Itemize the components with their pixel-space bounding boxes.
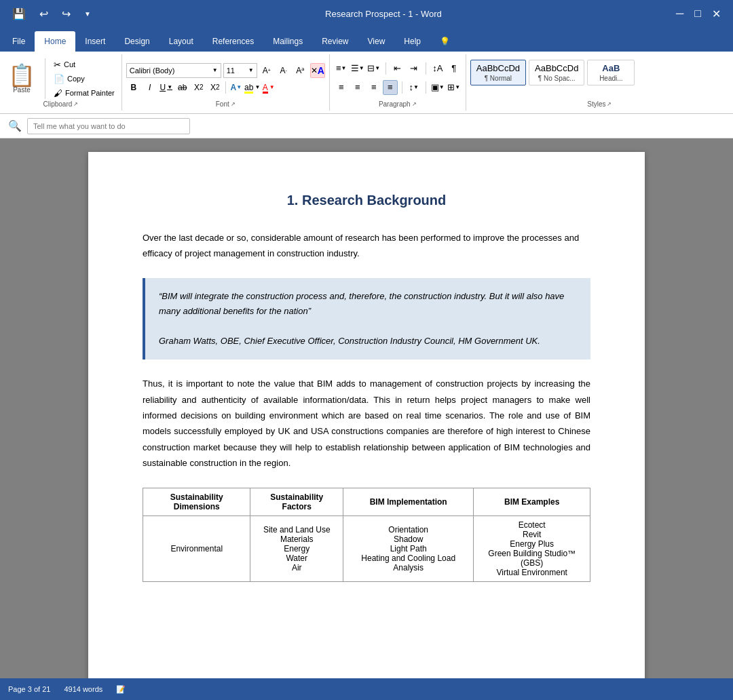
format-painter-button[interactable]: 🖌 Format Painter bbox=[51, 87, 117, 100]
cell-dimension: Environmental bbox=[143, 516, 250, 581]
undo-icon[interactable]: ↩ bbox=[35, 5, 52, 23]
title-bar: 💾 ↩ ↪ ▼ Research Prospect - 1 - Word ─ □… bbox=[0, 0, 733, 27]
underline-button[interactable]: U ▼ bbox=[159, 80, 174, 95]
tab-references[interactable]: References bbox=[203, 31, 263, 52]
paste-button[interactable]: 📋 Paste bbox=[4, 62, 39, 96]
style-heading-label: Headi... bbox=[599, 75, 622, 82]
multilevel-button[interactable]: ⊟▼ bbox=[366, 61, 381, 76]
increase-indent-button[interactable]: ⇥ bbox=[407, 61, 421, 76]
window-title: Research Prospect - 1 - Word bbox=[95, 9, 672, 19]
decrease-indent-button[interactable]: ⇤ bbox=[390, 61, 405, 76]
para-divider1 bbox=[386, 62, 386, 75]
clipboard-group: 📋 Paste ✂ Cut 📄 Copy 🖌 Format Painter bbox=[0, 54, 122, 111]
tab-review[interactable]: Review bbox=[312, 31, 358, 52]
tab-layout[interactable]: Layout bbox=[159, 31, 203, 52]
window-controls: ─ □ ✕ bbox=[672, 5, 725, 23]
font-case-button[interactable]: Aᵃ bbox=[293, 63, 308, 78]
save-icon[interactable]: 💾 bbox=[8, 5, 30, 23]
clipboard-divider bbox=[45, 58, 45, 99]
font-shrink-button[interactable]: A- bbox=[276, 63, 291, 78]
shading-button[interactable]: ▣▼ bbox=[430, 80, 445, 95]
paragraph-group: ≡▼ ☰▼ ⊟▼ ⇤ ⇥ ↕A ¶ ≡ ≡ ≡ ≡ ↕▼ ▣▼ ⊞▼ bbox=[330, 54, 466, 111]
tab-help[interactable]: Help bbox=[394, 31, 430, 52]
style-normal-preview: AaBbCcDd bbox=[476, 63, 520, 73]
close-icon[interactable]: ✕ bbox=[708, 5, 725, 23]
clipboard-right: ✂ Cut 📄 Copy 🖌 Format Painter bbox=[51, 58, 117, 100]
ribbon-tabs: File Home Insert Design Layout Reference… bbox=[0, 27, 733, 52]
table-header-row: Sustainability Dimensions Sustainability… bbox=[143, 488, 590, 516]
font-group: Calibri (Body) ▼ 11 ▼ A+ A- Aᵃ ✕A B I U … bbox=[122, 54, 330, 111]
bullets-button[interactable]: ≡▼ bbox=[334, 61, 349, 76]
font-grow-button[interactable]: A+ bbox=[259, 63, 274, 78]
subscript-button[interactable]: X2 bbox=[191, 80, 206, 95]
maximize-icon[interactable]: □ bbox=[690, 5, 705, 22]
text-effects-button[interactable]: A▼ bbox=[229, 80, 244, 95]
font-expand[interactable]: ↗ bbox=[231, 101, 236, 107]
show-para-button[interactable]: ¶ bbox=[447, 61, 462, 76]
ribbon: 📋 Paste ✂ Cut 📄 Copy 🖌 Format Painter bbox=[0, 52, 733, 114]
style-normal-label: ¶ Normal bbox=[485, 75, 512, 82]
tab-mailings[interactable]: Mailings bbox=[263, 31, 312, 52]
align-center-button[interactable]: ≡ bbox=[350, 80, 365, 95]
highlight-button[interactable]: ab ▼ bbox=[245, 80, 260, 95]
clipboard-group-body: 📋 Paste ✂ Cut 📄 Copy 🖌 Format Painter bbox=[4, 57, 117, 100]
minimize-icon[interactable]: ─ bbox=[672, 5, 688, 22]
word-count: 4914 words bbox=[64, 685, 102, 693]
styles-group: AaBbCcDd ¶ Normal AaBbCcDd ¶ No Spac... … bbox=[466, 54, 733, 111]
clipboard-expand[interactable]: ↗ bbox=[73, 101, 78, 107]
align-right-button[interactable]: ≡ bbox=[366, 80, 381, 95]
paragraph-group-label: Paragraph ↗ bbox=[334, 100, 462, 108]
align-justify-button[interactable]: ≡ bbox=[383, 80, 398, 95]
clear-format-button[interactable]: ✕A bbox=[310, 63, 325, 78]
font-name-dropdown[interactable]: Calibri (Body) ▼ bbox=[126, 63, 221, 78]
para-divider2 bbox=[426, 62, 426, 75]
style-no-spacing[interactable]: AaBbCcDd ¶ No Spac... bbox=[529, 60, 584, 85]
title-bar-left: 💾 ↩ ↪ ▼ bbox=[8, 5, 95, 23]
cut-button[interactable]: ✂ Cut bbox=[51, 58, 117, 71]
copy-icon: 📄 bbox=[54, 74, 64, 84]
line-spacing-button[interactable]: ↕▼ bbox=[407, 80, 421, 95]
paste-label: Paste bbox=[13, 86, 31, 94]
tab-insert[interactable]: Insert bbox=[75, 31, 115, 52]
style-heading1[interactable]: AaB Headi... bbox=[587, 60, 635, 85]
cell-implementation: OrientationShadowLight PathHeating and C… bbox=[343, 516, 474, 581]
strikethrough-button[interactable]: ab bbox=[175, 80, 190, 95]
para-row2: ≡ ≡ ≡ ≡ ↕▼ ▣▼ ⊞▼ bbox=[334, 80, 462, 95]
superscript-button[interactable]: X2 bbox=[208, 80, 223, 95]
font-size-arrow: ▼ bbox=[248, 67, 254, 73]
status-bar: Page 3 of 21 4914 words 📝 bbox=[0, 678, 733, 700]
quick-access-more[interactable]: ▼ bbox=[80, 7, 95, 20]
col-dimensions: Sustainability Dimensions bbox=[143, 488, 250, 516]
styles-expand[interactable]: ↗ bbox=[607, 101, 612, 107]
clipboard-label: Clipboard ↗ bbox=[4, 100, 117, 108]
font-size-dropdown[interactable]: 11 ▼ bbox=[223, 63, 257, 78]
track-changes-icon[interactable]: 📝 bbox=[116, 685, 126, 694]
font-color-button[interactable]: A ▼ bbox=[261, 80, 276, 95]
para-divider4 bbox=[426, 81, 426, 94]
style-normal[interactable]: AaBbCcDd ¶ Normal bbox=[470, 60, 526, 85]
styles-group-label: Styles ↗ bbox=[470, 100, 729, 108]
quote-block: “BIM will integrate the construction pro… bbox=[143, 278, 590, 359]
paragraph-expand[interactable]: ↗ bbox=[412, 101, 417, 107]
numbering-button[interactable]: ☰▼ bbox=[350, 61, 365, 76]
search-input[interactable] bbox=[27, 118, 190, 134]
tab-file[interactable]: File bbox=[3, 31, 35, 52]
quote-text: “BIM will integrate the construction pro… bbox=[159, 289, 577, 319]
cell-factors: Site and Land UseMaterialsEnergyWaterAir bbox=[250, 516, 343, 581]
align-left-button[interactable]: ≡ bbox=[334, 80, 349, 95]
borders-button[interactable]: ⊞▼ bbox=[447, 80, 462, 95]
tab-design[interactable]: Design bbox=[115, 31, 159, 52]
sort-button[interactable]: ↕A bbox=[430, 61, 445, 76]
redo-icon[interactable]: ↪ bbox=[58, 5, 75, 23]
underline-arrow: ▼ bbox=[167, 84, 172, 90]
style-nospace-preview: AaBbCcDd bbox=[535, 63, 578, 73]
sustainability-table: Sustainability Dimensions Sustainability… bbox=[143, 488, 590, 582]
tell-me-icon[interactable]: 💡 bbox=[430, 31, 459, 52]
tab-view[interactable]: View bbox=[358, 31, 395, 52]
tab-home[interactable]: Home bbox=[35, 31, 75, 52]
copy-button[interactable]: 📄 Copy bbox=[51, 73, 117, 85]
italic-button[interactable]: I bbox=[143, 80, 157, 95]
bold-button[interactable]: B bbox=[126, 80, 141, 95]
paragraph-2: Thus, it is important to note the value … bbox=[143, 376, 590, 471]
paste-icon: 📋 bbox=[8, 64, 35, 86]
